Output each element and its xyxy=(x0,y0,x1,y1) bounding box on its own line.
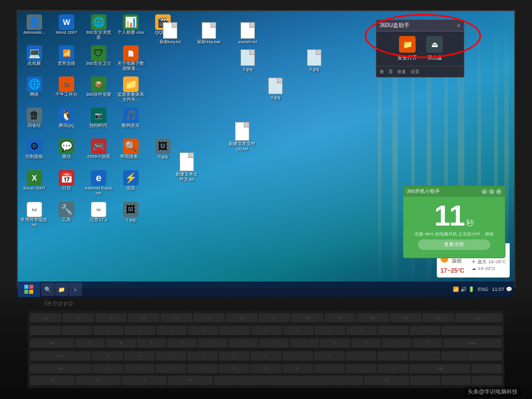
footer-item-2[interactable]: 置 xyxy=(388,69,393,75)
key-semicolon[interactable]: ; xyxy=(377,351,408,361)
key-x[interactable]: X xyxy=(124,364,155,374)
desktop-icon-1jpg[interactable]: 🖼 1.jpg xyxy=(115,201,146,229)
desktop-icon-wechat[interactable]: 💬 微信 xyxy=(51,137,82,161)
key-f1[interactable]: F1 xyxy=(63,313,94,323)
footer-item-1[interactable]: 量 xyxy=(380,69,384,75)
key-b[interactable]: B xyxy=(219,364,249,374)
widget-detail-btn[interactable]: 查看详情 xyxy=(418,239,490,250)
key-up[interactable]: ↑ xyxy=(472,364,502,374)
key-tilde[interactable]: ~ xyxy=(30,326,60,336)
taskbar-item-browser[interactable]: e xyxy=(69,283,82,296)
key-n[interactable]: N xyxy=(250,364,281,374)
file-mouse-key-bat[interactable]: 鼠标key.bat xyxy=(195,22,223,45)
key-1[interactable]: 1 xyxy=(62,326,92,336)
key-o[interactable]: O xyxy=(320,339,350,349)
key-h[interactable]: H xyxy=(250,351,281,361)
key-f11[interactable]: F11 xyxy=(390,313,421,323)
desktop-icon-monitor[interactable]: 📁 监督质量体系文件夹... xyxy=(115,75,146,104)
desktop-icon-word[interactable]: W Word 2007 xyxy=(51,13,82,42)
desktop-icon-paipai[interactable]: 📷 拍拍时代 xyxy=(83,106,114,130)
key-w[interactable]: W xyxy=(106,339,135,349)
key-f8[interactable]: F8 xyxy=(291,313,323,323)
key-f10[interactable]: F10 xyxy=(357,313,388,323)
key-left[interactable]: ← xyxy=(410,376,440,386)
file-4jpg[interactable]: 4.jpg xyxy=(262,78,289,100)
footer-item-4[interactable]: 设置 xyxy=(411,69,420,75)
key-5[interactable]: 5 xyxy=(188,326,218,336)
widget-minimize-btn[interactable]: — xyxy=(482,189,487,195)
desktop-icon-calendar[interactable]: 📅 日历 xyxy=(51,169,82,197)
desktop-icon-4399[interactable]: 🎮 4399小游戏 xyxy=(83,137,114,161)
taskbar-language[interactable]: ENG xyxy=(476,287,490,292)
key-p[interactable]: P xyxy=(351,339,381,349)
key-slash[interactable]: / xyxy=(377,364,408,374)
desktop-icon-music[interactable]: 🎵 酷狗音乐 xyxy=(115,106,146,130)
key-f9[interactable]: F9 xyxy=(324,313,356,323)
key-caps[interactable]: Caps xyxy=(30,351,91,361)
file-new-txt[interactable]: 新建文本文件文.txt xyxy=(173,152,201,182)
key-d[interactable]: D xyxy=(156,351,186,361)
desktop-icon-legend-txt[interactable]: txt 常用传奇端游.txt xyxy=(19,201,50,229)
desktop-icon-tools[interactable]: 🔧 工具 xyxy=(51,201,82,229)
desktop-icon-search[interactable]: 🔍 帮我搜索... xyxy=(115,137,146,161)
key-backspace[interactable]: ← xyxy=(441,326,502,336)
key-esc[interactable]: Esc xyxy=(30,313,62,323)
key-f7[interactable]: F7 xyxy=(259,313,290,323)
desktop-icon-ie[interactable]: e Internet Explorer xyxy=(83,169,114,197)
key-q[interactable]: Q xyxy=(75,339,105,349)
desktop-icon-qianniu[interactable]: 🐂 千牛工作台 xyxy=(51,75,82,104)
key-down[interactable]: ↓ xyxy=(441,376,471,386)
footer-item-3[interactable]: 恢复 xyxy=(397,69,406,75)
taskbar-item-files[interactable]: 📁 xyxy=(55,283,68,296)
file-mouse-key-txt[interactable]: 鼠标key.txt xyxy=(156,22,184,45)
desktop-icon-admin[interactable]: 👤 Administr... xyxy=(19,13,50,42)
desktop-icon-control-panel[interactable]: ⚙ 控制面板 xyxy=(19,137,50,161)
file-new-txt2[interactable]: 新建文本文件 (2).txt xyxy=(228,122,256,152)
key-bracket-l[interactable]: [ xyxy=(382,339,411,349)
key-0[interactable]: 0 xyxy=(346,326,377,336)
desktop-icon-about[interactable]: 📄 关于电脑下数据恢复... xyxy=(115,44,146,73)
desktop-icon-thunder[interactable]: ⚡ 迅雷 xyxy=(115,169,146,197)
key-a[interactable]: A xyxy=(92,351,122,361)
file-2jpg[interactable]: 2.jpg xyxy=(234,49,262,72)
key-alt-r[interactable]: Alt xyxy=(364,376,409,386)
key-shift-l[interactable]: Shift xyxy=(30,364,91,374)
key-ctrl-l[interactable]: Ctrl xyxy=(30,376,75,386)
desktop-icon-broadband[interactable]: 📶 宽带连接 xyxy=(51,44,82,73)
key-enter2[interactable]: ↵ xyxy=(441,351,502,361)
popup-360u-close-btn[interactable]: × xyxy=(457,22,461,29)
key-alt-l[interactable]: Alt xyxy=(168,376,213,386)
key-f3[interactable]: F3 xyxy=(128,313,160,323)
key-z[interactable]: Z xyxy=(92,364,122,374)
key-f2[interactable]: F2 xyxy=(95,313,127,323)
key-9[interactable]: 9 xyxy=(315,326,345,336)
key-right[interactable]: → xyxy=(472,376,502,386)
key-quote[interactable]: ' xyxy=(409,351,439,361)
key-t[interactable]: T xyxy=(198,339,227,349)
key-i[interactable]: I xyxy=(290,339,319,349)
key-c[interactable]: C xyxy=(156,364,186,374)
desktop-icon-360browser[interactable]: 🌐 360安全浏览器 xyxy=(83,13,114,42)
key-r[interactable]: R xyxy=(167,339,197,349)
key-equal[interactable]: = xyxy=(410,326,440,336)
key-f4[interactable]: F4 xyxy=(161,313,192,323)
desktop-icon-360guard[interactable]: 🛡 360安全卫士 xyxy=(83,44,114,73)
key-k[interactable]: K xyxy=(314,351,345,361)
file-3jpg[interactable]: 3.jpg xyxy=(300,49,328,72)
key-fn[interactable]: Fn xyxy=(76,376,121,386)
widget-maximize-btn[interactable]: □ xyxy=(489,189,494,195)
key-f6[interactable]: F6 xyxy=(226,313,258,323)
desktop-icon-360soft[interactable]: 📦 360软件管家 xyxy=(83,75,114,104)
taskbar-start-btn[interactable] xyxy=(18,282,40,297)
desktop-icon-network[interactable]: 🌐 网络 xyxy=(19,75,50,104)
key-e[interactable]: E xyxy=(137,339,166,349)
key-u[interactable]: U xyxy=(259,339,289,349)
desktop-icon-excel[interactable]: X Excel 2007 xyxy=(19,169,50,197)
desktop-icon-mypc[interactable]: 💻 此电脑 xyxy=(19,44,50,73)
key-8[interactable]: 8 xyxy=(283,326,314,336)
eject-btn[interactable]: ⏏ 弹出盘 xyxy=(426,36,443,62)
key-g[interactable]: G xyxy=(219,351,249,361)
key-2[interactable]: 2 xyxy=(93,326,124,336)
key-win[interactable]: ⊞ xyxy=(122,376,167,386)
key-del[interactable]: Del xyxy=(455,313,502,323)
